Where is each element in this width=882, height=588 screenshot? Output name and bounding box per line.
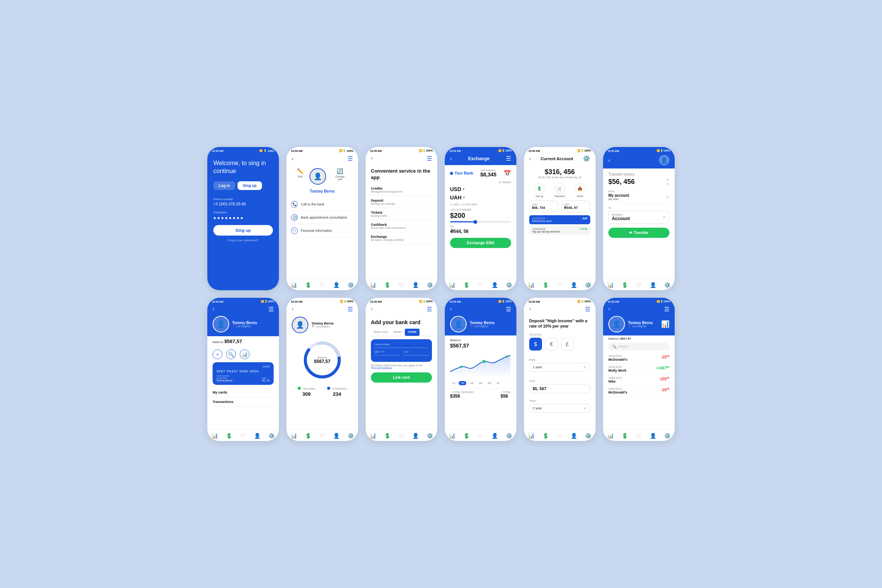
chevron-recipient[interactable]: ▼ [662, 215, 666, 219]
nav-shield-5[interactable]: 🛡 [557, 282, 562, 288]
tab-wallet[interactable]: Wallet [390, 329, 405, 336]
back-icon-8[interactable]: ‹ [292, 306, 294, 313]
change-user-btn[interactable]: 🔄 Change user [332, 168, 348, 185]
nav-user-2[interactable]: 👤 [333, 282, 340, 288]
menu-icon-4[interactable]: ☰ [506, 155, 511, 162]
filter-3m[interactable]: 3M [477, 381, 484, 385]
term-select[interactable]: 2 year ▼ [529, 404, 590, 413]
tab-card[interactable]: CARD [405, 329, 420, 336]
nav-user-12[interactable]: 👤 [650, 433, 656, 439]
exchange-slider[interactable] [450, 221, 511, 222]
nav-shield-12[interactable]: 🛡 [636, 433, 642, 439]
back-icon-2[interactable]: ‹ [292, 156, 294, 162]
menu-icon-3[interactable]: ☰ [427, 155, 432, 162]
nav-gear-9[interactable]: ⚙️ [427, 433, 433, 439]
nav-shield-9[interactable]: 🛡 [399, 433, 404, 439]
nav-dollar-4[interactable]: 💲 [463, 282, 470, 288]
nav-gear-5[interactable]: ⚙️ [585, 282, 591, 288]
send-action[interactable]: 📤 Send [575, 183, 585, 198]
nav-dollar-9[interactable]: 💲 [384, 433, 390, 439]
nav-chart-5[interactable]: 📊 [528, 282, 534, 288]
back-icon-5[interactable]: ‹ [529, 156, 531, 162]
signup-button-top[interactable]: Sing up [237, 181, 262, 190]
chart-card-btn[interactable]: 📊 [240, 349, 250, 359]
add-card-btn[interactable]: + [213, 349, 222, 359]
nav-gear-12[interactable]: ⚙️ [664, 433, 671, 439]
expiry-input[interactable] [375, 354, 400, 355]
nav-user-8[interactable]: 👤 [333, 433, 340, 439]
nav-shield-7[interactable]: 🛡 [240, 433, 246, 439]
back-icon-9[interactable]: ‹ [371, 306, 373, 313]
nav-gear-2[interactable]: ⚙️ [348, 282, 354, 288]
txn-3[interactable]: 18/01/2019 Nike -10525 [603, 375, 675, 386]
nav-gear-11[interactable]: ⚙️ [585, 433, 591, 439]
menu-icon-11[interactable]: ☰ [585, 306, 590, 313]
payment-action[interactable]: 🛒 Payment [554, 183, 565, 198]
nav-shield-10[interactable]: 🛡 [478, 433, 483, 439]
menu-item-appointment[interactable]: 🔄 Bank appointment consultation [291, 211, 354, 224]
currency-usd-btn[interactable]: $ [529, 338, 542, 351]
back-icon-4[interactable]: ‹ [450, 156, 452, 162]
topup-action[interactable]: 💲 Top up [534, 183, 545, 198]
calendar-icon-4[interactable]: 📅 [504, 170, 511, 177]
nav-shield-11[interactable]: 🛡 [557, 433, 562, 439]
nav-user-6[interactable]: 👤 [650, 282, 656, 288]
transfer-amount-controls[interactable]: ▲ ▼ [666, 177, 669, 186]
nav-chart-7[interactable]: 📊 [211, 433, 218, 439]
txn-4[interactable]: 18/01/2019 McDonald's -2525 [603, 386, 675, 397]
nav-shield-3[interactable]: 🛡 [399, 282, 404, 288]
forgot-password[interactable]: Forgot your password? [213, 239, 273, 242]
tab-bank-card[interactable]: Bank card [371, 329, 390, 336]
menu-icon-9[interactable]: ☰ [427, 306, 432, 313]
menu-icon-10[interactable]: ☰ [506, 306, 511, 313]
currency-eur-btn[interactable]: € [545, 338, 558, 351]
nav-dollar-12[interactable]: 💲 [622, 433, 628, 439]
menu-icon-8[interactable]: ☰ [348, 306, 353, 313]
menu-icon-2[interactable]: ☰ [348, 155, 353, 162]
nav-shield-4[interactable]: 🛡 [478, 282, 483, 288]
nav-dollar-2[interactable]: 💲 [305, 282, 311, 288]
currency-gbp-btn[interactable]: £ [561, 338, 574, 351]
currency-from[interactable]: USD ▼ [450, 186, 465, 192]
my-cards-item[interactable]: My cards › [213, 388, 274, 397]
back-icon-10[interactable]: ‹ [450, 306, 452, 313]
back-icon-7[interactable]: ‹ [213, 306, 214, 313]
filter-1d[interactable]: 1D [450, 381, 457, 385]
rate-select[interactable]: 1 year ▼ [529, 363, 590, 372]
nav-dollar-6[interactable]: 💲 [622, 282, 628, 288]
chart-icon-12[interactable]: 📊 [661, 320, 669, 328]
nav-chart-11[interactable]: 📊 [528, 433, 534, 439]
nav-chart-2[interactable]: 📊 [291, 282, 297, 288]
service-cashback[interactable]: Cashback Bonus after each transactions [371, 220, 432, 232]
menu-item-call[interactable]: 📞 Call to the bank [291, 198, 354, 211]
nav-dollar-8[interactable]: 💲 [305, 433, 311, 439]
nav-chart-6[interactable]: 📊 [607, 282, 614, 288]
nav-chart-9[interactable]: 📊 [370, 433, 376, 439]
edit-profile-btn[interactable]: ✏️ Edit [297, 168, 303, 185]
nav-chart-8[interactable]: 📊 [291, 433, 297, 439]
nav-user-9[interactable]: 👤 [412, 433, 419, 439]
txn-1[interactable]: 18/01/2019 McDonald's -2525 [603, 353, 675, 364]
back-icon-12[interactable]: ‹ [608, 306, 610, 313]
transactions-item[interactable]: Transactions › [213, 397, 274, 407]
filter-1w[interactable]: 1W [459, 381, 467, 385]
nav-dollar-10[interactable]: 💲 [463, 433, 470, 439]
nav-dollar-3[interactable]: 💲 [384, 282, 390, 288]
menu-item-personal[interactable]: 🛡 Personal information [291, 224, 354, 237]
exchange-button[interactable]: Exchange $350 [450, 238, 511, 248]
service-tickets[interactable]: Tickets Buying tickets [371, 208, 432, 220]
nav-gear-4[interactable]: ⚙️ [506, 282, 512, 288]
back-icon-3[interactable]: ‹ [371, 155, 373, 162]
terms-link[interactable]: Terms&Conditions [371, 367, 392, 369]
nav-gear-6[interactable]: ⚙️ [664, 282, 671, 288]
gear-icon-5[interactable]: ⚙️ [583, 155, 590, 162]
nav-user-4[interactable]: 👤 [492, 282, 498, 288]
service-credits[interactable]: Credits Management and payment [371, 184, 432, 196]
nav-gear-10[interactable]: ⚙️ [506, 433, 512, 439]
nav-dollar-7[interactable]: 💲 [226, 433, 232, 439]
nav-chart-3[interactable]: 📊 [370, 282, 376, 288]
nav-dollar-5[interactable]: 💲 [542, 282, 549, 288]
back-icon-6[interactable]: ‹ [608, 157, 610, 163]
nav-shield-2[interactable]: 🛡 [320, 282, 325, 288]
search-bar[interactable]: 🔍 Search [608, 343, 669, 351]
